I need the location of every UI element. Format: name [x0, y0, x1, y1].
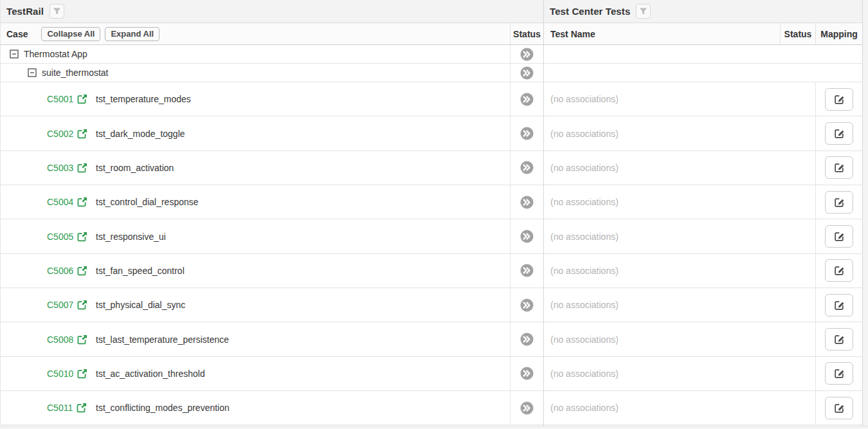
test-name-column-header: Test Name — [544, 23, 780, 44]
edit-mapping-button[interactable] — [825, 88, 853, 111]
empty-association-row — [544, 64, 862, 82]
test-case-row: C5007 tst_physical_dial_sync — [1, 288, 543, 322]
association-row: (no associations) — [544, 219, 862, 253]
edit-pencil-icon — [834, 94, 845, 105]
test-center-titlebar: Test Center Tests — [544, 0, 862, 23]
case-name: tst_physical_dial_sync — [96, 300, 185, 310]
empty-association-row — [544, 45, 862, 64]
status-untested-icon — [520, 66, 534, 80]
testrail-column-header: Case Collapse All Expand All Status — [1, 23, 543, 45]
status-untested-icon — [520, 333, 534, 346]
no-associations-label: (no associations) — [544, 391, 815, 424]
case-id-link[interactable]: C5006 — [47, 266, 73, 276]
test-case-row: C5010 tst_ac_activation_threshold — [1, 357, 543, 391]
external-link-icon[interactable] — [77, 334, 87, 345]
case-name: tst_conflicting_modes_prevention — [96, 403, 230, 413]
external-link-icon[interactable] — [77, 403, 87, 413]
edit-pencil-icon — [834, 128, 845, 139]
testrail-filter-button[interactable] — [50, 4, 64, 19]
testrail-titlebar: TestRail — [1, 0, 543, 23]
association-row: (no associations) — [544, 357, 862, 391]
suite-label: suite_thermostat — [42, 68, 109, 78]
external-link-icon[interactable] — [77, 300, 87, 310]
edit-pencil-icon — [834, 162, 845, 173]
no-associations-label: (no associations) — [544, 82, 815, 116]
external-link-icon[interactable] — [77, 232, 87, 242]
tree-row-project[interactable]: Thermostat App — [1, 45, 543, 64]
test-case-row: C5003 tst_room_activation — [1, 151, 543, 185]
case-column-header: Case — [6, 29, 28, 39]
case-id-link[interactable]: C5008 — [47, 334, 73, 345]
testrail-panel: TestRail Case Collapse All Expand All St… — [0, 0, 544, 426]
collapse-toggle-icon[interactable] — [10, 50, 19, 59]
status-untested-icon — [520, 230, 534, 243]
edit-mapping-button[interactable] — [825, 191, 853, 214]
case-id-link[interactable]: C5003 — [47, 163, 73, 173]
edit-mapping-button[interactable] — [825, 225, 853, 248]
external-link-icon[interactable] — [77, 369, 87, 379]
edit-mapping-button[interactable] — [825, 328, 853, 351]
case-name: tst_room_activation — [96, 163, 174, 173]
status-untested-icon — [520, 127, 534, 140]
filter-icon — [639, 7, 647, 15]
external-link-icon[interactable] — [77, 197, 87, 207]
edit-mapping-button[interactable] — [825, 362, 853, 385]
test-case-row: C5004 tst_control_dial_response — [1, 185, 543, 219]
no-associations-label: (no associations) — [544, 288, 815, 322]
association-row: (no associations) — [544, 151, 862, 185]
testrail-panel-title: TestRail — [6, 6, 44, 17]
edit-pencil-icon — [834, 403, 845, 414]
status-untested-icon — [520, 264, 534, 277]
edit-pencil-icon — [834, 231, 845, 242]
collapse-all-button[interactable]: Collapse All — [41, 27, 100, 41]
edit-pencil-icon — [834, 300, 845, 311]
test-case-row: C5008 tst_last_temperature_persistence — [1, 322, 543, 356]
left-status-column-header: Status — [510, 23, 543, 44]
mapping-column-header: Mapping — [815, 23, 862, 44]
no-associations-label: (no associations) — [544, 322, 815, 356]
no-associations-label: (no associations) — [544, 357, 815, 390]
test-case-row: C5005 tst_responsive_ui — [1, 219, 543, 253]
edit-pencil-icon — [834, 197, 845, 208]
test-case-row: C5002 tst_dark_mode_toggle — [1, 116, 543, 151]
collapse-toggle-icon[interactable] — [28, 68, 37, 77]
edit-mapping-button[interactable] — [825, 294, 853, 316]
association-row: (no associations) — [544, 391, 862, 425]
case-id-link[interactable]: C5011 — [47, 403, 73, 413]
test-center-column-header: Test Name Status Mapping — [544, 23, 862, 45]
test-center-filter-button[interactable] — [636, 4, 651, 19]
external-link-icon[interactable] — [77, 129, 87, 139]
external-link-icon[interactable] — [77, 266, 87, 276]
test-center-panel: Test Center Tests Test Name Status Mappi… — [544, 0, 863, 426]
case-name: tst_responsive_ui — [96, 232, 166, 242]
expand-all-button[interactable]: Expand All — [105, 27, 159, 41]
case-id-link[interactable]: C5005 — [47, 232, 73, 242]
tree-row-suite[interactable]: suite_thermostat — [1, 64, 543, 82]
edit-pencil-icon — [834, 265, 845, 276]
page-background-gutter — [863, 0, 868, 426]
filter-icon — [53, 7, 61, 15]
status-untested-icon — [520, 367, 534, 380]
case-name: tst_dark_mode_toggle — [96, 129, 185, 139]
edit-pencil-icon — [834, 368, 845, 379]
case-id-link[interactable]: C5007 — [47, 300, 73, 310]
association-row: (no associations) — [544, 322, 862, 356]
no-associations-label: (no associations) — [544, 185, 815, 219]
edit-mapping-button[interactable] — [825, 259, 853, 282]
case-id-link[interactable]: C5002 — [47, 129, 73, 139]
test-mapping-app: TestRail Case Collapse All Expand All St… — [0, 0, 868, 429]
status-untested-icon — [520, 161, 534, 174]
edit-mapping-button[interactable] — [825, 122, 853, 145]
case-id-link[interactable]: C5010 — [47, 369, 73, 379]
case-id-link[interactable]: C5001 — [47, 94, 73, 104]
test-case-row: C5001 tst_temperature_modes — [1, 82, 543, 116]
case-id-link[interactable]: C5004 — [47, 197, 73, 207]
status-untested-icon — [520, 298, 534, 312]
no-associations-label: (no associations) — [544, 151, 815, 185]
case-name: tst_fan_speed_control — [96, 266, 185, 276]
status-untested-icon — [520, 93, 534, 106]
external-link-icon[interactable] — [77, 163, 87, 173]
edit-mapping-button[interactable] — [825, 156, 853, 179]
external-link-icon[interactable] — [77, 94, 87, 104]
edit-mapping-button[interactable] — [825, 397, 853, 419]
